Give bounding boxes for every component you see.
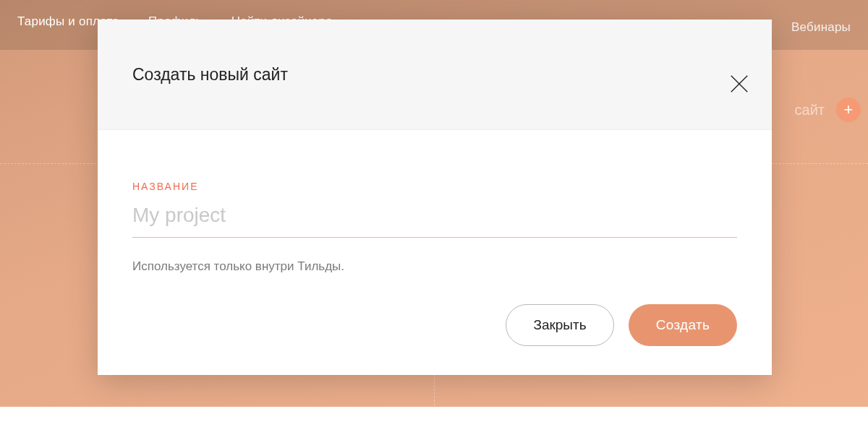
site-title-input[interactable] bbox=[132, 201, 737, 238]
nav-item-webinars[interactable]: Вебинары bbox=[791, 20, 851, 35]
close-icon[interactable] bbox=[728, 73, 750, 95]
modal-title: Создать новый сайт bbox=[132, 65, 288, 85]
modal-footer: Закрыть Создать bbox=[98, 304, 772, 375]
create-site-modal: Создать новый сайт НАЗВАНИЕ Используется… bbox=[98, 20, 772, 375]
bg-new-site-label: сайт bbox=[795, 102, 825, 118]
field-hint: Используется только внутри Тильды. bbox=[132, 259, 737, 274]
bg-new-site-action[interactable]: сайт + bbox=[795, 98, 861, 122]
create-button[interactable]: Создать bbox=[629, 304, 737, 346]
bottom-strip bbox=[0, 407, 868, 427]
close-button[interactable]: Закрыть bbox=[506, 304, 614, 346]
modal-body: НАЗВАНИЕ Используется только внутри Тиль… bbox=[98, 130, 772, 304]
modal-header: Создать новый сайт bbox=[98, 20, 772, 130]
plus-icon: + bbox=[836, 98, 861, 122]
field-label-title: НАЗВАНИЕ bbox=[132, 181, 737, 192]
